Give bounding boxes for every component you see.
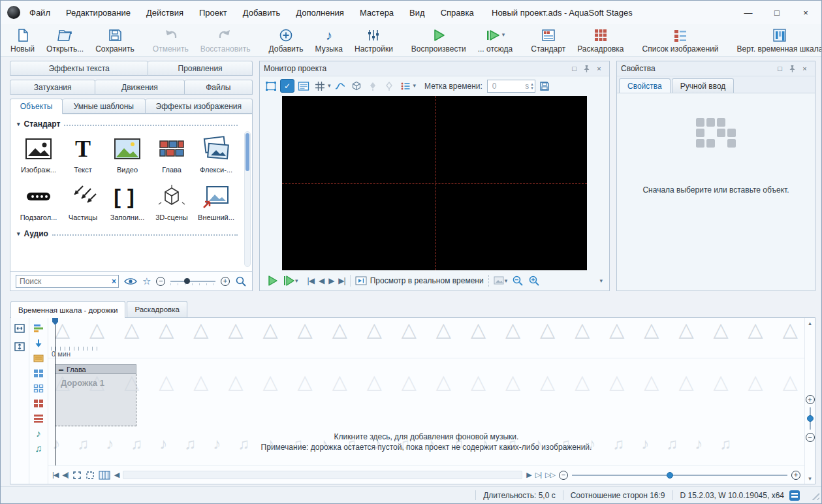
menu-wizards[interactable]: Мастера <box>360 8 394 18</box>
menu-addons[interactable]: Дополнения <box>296 8 344 18</box>
background-music-track[interactable]: ♪♫♪♫♪♫♪♫♪♫♪♫♪♫♪♫♪♫♪♫♪♫♪♫♪♫ Кликните здес… <box>48 429 804 465</box>
object-item-chapter[interactable]: Глава <box>150 134 193 174</box>
vzoom-knob[interactable] <box>807 415 814 422</box>
maximize-button[interactable]: □ <box>763 1 791 24</box>
nav-first-button[interactable]: |◀ <box>52 471 58 479</box>
rows-icon[interactable] <box>33 413 44 423</box>
object-item-text[interactable]: T Текст <box>61 134 104 174</box>
preview-play-from-button[interactable]: ▾ <box>283 275 298 287</box>
menu-view[interactable]: Вид <box>409 8 425 18</box>
play-button[interactable]: Воспроизвести <box>405 25 472 55</box>
tab-image-effects[interactable]: Эффекты изображения <box>146 99 253 114</box>
timeline-vscrollbar[interactable]: ▴ + − ▾ <box>804 318 815 484</box>
tab-smart-templates[interactable]: Умные шаблоны <box>63 99 146 114</box>
track-1-block[interactable]: Дорожка 1 <box>55 374 136 426</box>
section-standard[interactable]: ▾ Стандарт <box>17 119 238 129</box>
tab-objects[interactable]: Объекты <box>10 99 63 114</box>
step-back-button[interactable]: ◀ <box>319 276 324 285</box>
tracks-mixer-icon[interactable] <box>33 323 44 333</box>
music-button[interactable]: ♪ Музыка <box>309 25 349 55</box>
object-item-image[interactable]: Изображ... <box>17 134 60 174</box>
vertical-timeline-button[interactable]: Верт. временная шкала <box>731 25 822 55</box>
monitor-zoom-in-icon[interactable] <box>528 275 540 287</box>
scroll-up-icon[interactable]: ▴ <box>805 320 815 326</box>
clear-search-icon[interactable]: × <box>112 277 116 285</box>
scroll-left-button[interactable]: ◀ <box>114 471 119 479</box>
tab-storyboard[interactable]: Раскадровка <box>127 301 187 317</box>
motion-curve-icon[interactable] <box>333 79 347 93</box>
menu-help[interactable]: Справка <box>441 8 474 18</box>
resize-grip[interactable] <box>810 491 819 500</box>
maximize-panel-icon[interactable]: □ <box>774 63 786 75</box>
object-item-placeholder[interactable]: [] Заполни... <box>106 181 149 221</box>
settings-button[interactable]: Настройки <box>349 25 399 55</box>
spinner[interactable]: ▴▾ <box>531 82 533 90</box>
scroll-right-button[interactable]: ▶ <box>526 471 531 479</box>
zoom-slider-knob[interactable] <box>667 472 673 479</box>
timestamp-input[interactable] <box>491 81 511 91</box>
open-button[interactable]: Открыть... <box>40 25 89 55</box>
slider-knob[interactable] <box>184 278 190 284</box>
tab-motions[interactable]: Движения <box>95 80 184 95</box>
nav-prev-button[interactable]: ◀| <box>62 471 68 479</box>
pin-panel-icon[interactable] <box>580 63 593 75</box>
storyboard-small-icon[interactable] <box>33 398 44 408</box>
close-button[interactable]: × <box>791 1 820 24</box>
object-item-flexi[interactable]: Флекси-... <box>195 134 238 174</box>
close-panel-icon[interactable]: × <box>593 63 605 75</box>
menu-edit[interactable]: Редактирование <box>66 8 131 18</box>
object-item-particles[interactable]: Частицы <box>61 181 104 221</box>
chapter-list-icon[interactable] <box>33 353 44 363</box>
keyframe-prev-icon[interactable] <box>366 79 380 93</box>
scroll-down-icon[interactable]: ▾ <box>805 475 815 482</box>
fit-horizontal-icon[interactable] <box>14 323 25 334</box>
new-button[interactable]: Новый <box>5 25 40 55</box>
object-item-3d-scene[interactable]: 3D-сцены <box>150 181 193 221</box>
music-track-icon[interactable]: ♪ <box>33 428 44 438</box>
tab-text-effects[interactable]: Эффекты текста <box>10 61 148 76</box>
tab-fades[interactable]: Затухания <box>10 80 95 95</box>
menu-actions[interactable]: Действия <box>146 8 183 18</box>
selection-frame-icon[interactable] <box>264 79 278 93</box>
menu-project[interactable]: Проект <box>199 8 227 18</box>
go-to-end-button[interactable]: ▶| <box>338 276 345 285</box>
timeline-zoom-out-button[interactable]: − <box>559 471 568 480</box>
tab-reveals[interactable]: Проявления <box>148 61 253 76</box>
apply-check-icon[interactable]: ✓ <box>280 79 294 93</box>
tab-files[interactable]: Файлы <box>185 80 253 95</box>
go-to-start-button[interactable]: |◀ <box>308 276 314 285</box>
timeline-zoom-slider[interactable] <box>572 471 787 479</box>
nav-next-button[interactable]: ▷| <box>535 471 541 479</box>
realtime-preview-toggle[interactable]: Просмотр в реальном времени <box>355 276 484 285</box>
pin-panel-icon[interactable] <box>786 63 798 75</box>
fit-vertical-icon[interactable] <box>14 341 25 352</box>
preview-play-button[interactable] <box>266 275 278 287</box>
timeline-hscrollbar[interactable] <box>123 471 522 479</box>
zoom-out-button[interactable]: − <box>156 277 165 286</box>
object-item-video[interactable]: Видео <box>106 134 149 174</box>
tab-properties[interactable]: Свойства <box>619 78 671 93</box>
save-button[interactable]: Сохранить <box>89 25 140 55</box>
tab-manual-input[interactable]: Ручной ввод <box>672 78 735 93</box>
search-magnifier-icon[interactable] <box>235 276 247 287</box>
add-button[interactable]: Добавить <box>263 25 309 55</box>
redo-button[interactable]: Восстановить <box>195 25 257 55</box>
object-item-external[interactable]: Внешний... <box>195 181 238 221</box>
grid-toggle[interactable]: ▾ <box>313 79 331 93</box>
step-forward-button[interactable]: ▶ <box>328 276 334 285</box>
cube-3d-icon[interactable] <box>349 79 364 93</box>
standard-view-button[interactable]: Стандарт <box>525 25 571 55</box>
quality-toggle[interactable]: ▾ <box>494 276 508 285</box>
timeline-ruler[interactable]: △△△△△△△△△△△△△△△△△△△△△△ 0 мин <box>48 318 804 358</box>
filmstrip-icon[interactable] <box>99 471 110 480</box>
objects-scrollbar[interactable] <box>244 131 251 267</box>
undo-button[interactable]: Отменить <box>147 25 195 55</box>
view-list-toggle[interactable]: ▾ <box>398 79 417 93</box>
zoom-in-button[interactable]: + <box>221 277 230 286</box>
object-item-subtitle[interactable]: Подзагол... <box>17 181 60 221</box>
menu-add[interactable]: Добавить <box>243 8 280 18</box>
save-timestamp-icon[interactable] <box>537 79 552 93</box>
maximize-panel-icon[interactable]: □ <box>568 63 580 75</box>
monitor-zoom-out-icon[interactable] <box>512 275 524 287</box>
tab-timeline-tracks[interactable]: Временная шкала - дорожки <box>10 301 125 318</box>
